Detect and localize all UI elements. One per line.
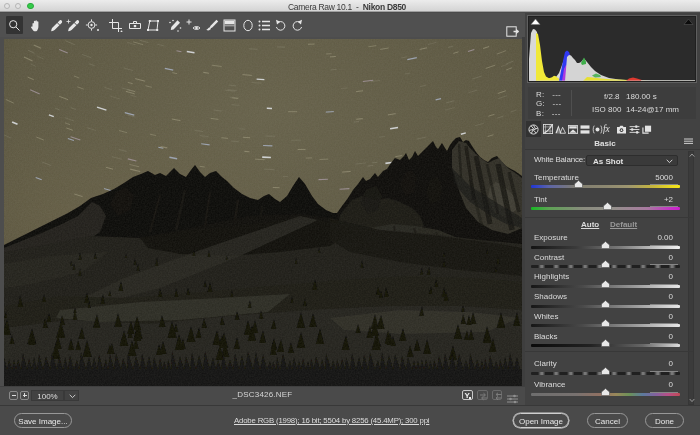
svg-text:fx: fx (603, 124, 611, 134)
